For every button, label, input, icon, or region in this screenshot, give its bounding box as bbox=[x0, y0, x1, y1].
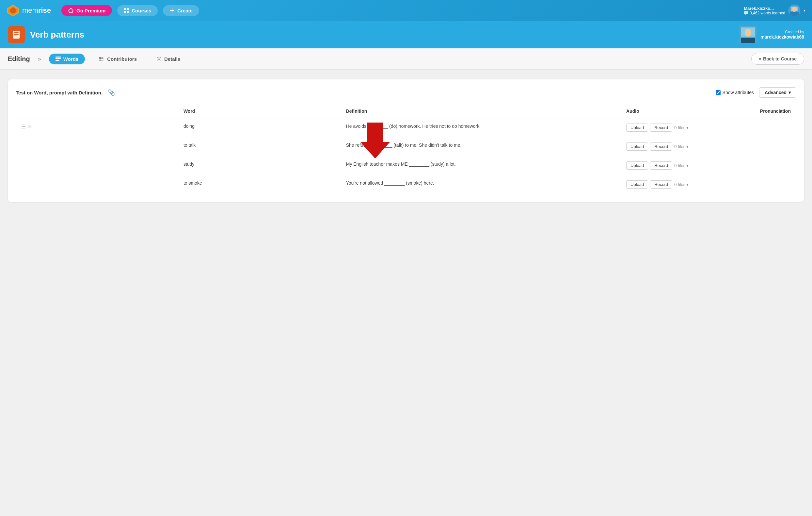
creator-name: marek.kiczkowiak68 bbox=[760, 34, 804, 39]
card-header: Test on Word, prompt with Definition. 📎 … bbox=[16, 87, 796, 98]
files-count[interactable]: 0 files ▾ bbox=[674, 182, 689, 187]
edit-pencil-icon[interactable]: 📎 bbox=[108, 89, 115, 96]
user-area: Marek.kiczko... 3,462 words learned ▾ bbox=[744, 5, 806, 16]
svg-rect-8 bbox=[170, 10, 174, 11]
header-audio: Audio bbox=[621, 105, 755, 118]
advanced-button[interactable]: Advanced ▾ bbox=[759, 87, 796, 98]
create-button[interactable]: Create bbox=[163, 5, 199, 16]
courses-icon bbox=[124, 8, 129, 13]
cell-word: to smoke bbox=[178, 175, 341, 194]
cell-word: to talk bbox=[178, 137, 341, 156]
header-word-label: Word bbox=[178, 105, 341, 118]
course-header: Verb patterns Created by marek.kiczkowia… bbox=[0, 21, 812, 48]
card-header-right: Show attributes Advanced ▾ bbox=[716, 87, 796, 98]
svg-point-26 bbox=[99, 57, 102, 59]
files-count[interactable]: 0 files ▾ bbox=[674, 125, 689, 130]
files-count[interactable]: 0 files ▾ bbox=[674, 144, 689, 149]
course-icon bbox=[8, 26, 25, 43]
files-count[interactable]: 0 files ▾ bbox=[674, 163, 689, 168]
tab-words[interactable]: Words bbox=[49, 54, 85, 64]
files-chevron-icon: ▾ bbox=[686, 163, 689, 168]
top-nav: memrise Go Premium Courses Create Marek.… bbox=[0, 0, 812, 21]
cell-pronunciation bbox=[755, 175, 796, 194]
user-chevron-icon[interactable]: ▾ bbox=[804, 8, 806, 13]
creator-avatar bbox=[740, 26, 756, 43]
user-words-count: 3,462 words learned bbox=[744, 11, 785, 16]
delete-icon[interactable]: ✕ bbox=[28, 124, 32, 130]
create-icon bbox=[170, 8, 175, 13]
svg-rect-3 bbox=[124, 8, 126, 10]
cell-definition: He avoids ________ (do) homework. He tri… bbox=[341, 118, 621, 137]
table-row: to talkShe refused ________ (talk) to me… bbox=[16, 137, 796, 156]
row-controls bbox=[16, 175, 178, 194]
avatar bbox=[788, 5, 800, 16]
edit-bar: Editing » Words Contributors Details « B… bbox=[0, 48, 812, 70]
upload-button[interactable]: Upload bbox=[626, 181, 648, 189]
upload-button[interactable]: Upload bbox=[626, 142, 648, 151]
cell-pronunciation bbox=[755, 156, 796, 175]
words-tab-icon bbox=[56, 57, 61, 61]
svg-rect-13 bbox=[790, 12, 799, 16]
header-word bbox=[16, 105, 178, 118]
main-content: Test on Word, prompt with Definition. 📎 … bbox=[0, 70, 812, 516]
header-definition: Definition bbox=[341, 105, 621, 118]
editing-label: Editing bbox=[8, 55, 30, 63]
courses-button[interactable]: Courses bbox=[117, 5, 158, 16]
files-chevron-icon: ▾ bbox=[686, 144, 689, 149]
svg-rect-25 bbox=[56, 60, 59, 61]
table-header: Word Definition Audio Pronunciation bbox=[16, 105, 796, 118]
record-button[interactable]: Record bbox=[650, 142, 672, 151]
cell-pronunciation bbox=[755, 118, 796, 137]
svg-point-21 bbox=[745, 29, 751, 36]
svg-point-28 bbox=[158, 58, 160, 60]
user-name: Marek.kiczko... bbox=[744, 6, 785, 11]
upload-button[interactable]: Upload bbox=[626, 124, 648, 132]
cell-word: doing bbox=[178, 118, 341, 137]
files-chevron-icon: ▾ bbox=[686, 182, 689, 187]
table-body: ☰ ✕ doingHe avoids ________ (do) homewor… bbox=[16, 118, 796, 194]
course-header-right: Created by marek.kiczkowiak68 bbox=[740, 26, 804, 43]
upload-button[interactable]: Upload bbox=[626, 161, 648, 170]
test-prompt-label: Test on Word, prompt with Definition. bbox=[16, 90, 103, 96]
cell-definition: You're not allowed ________ (smoke) here… bbox=[341, 175, 621, 194]
back-to-course-button[interactable]: « Back to Course bbox=[751, 53, 805, 65]
record-button[interactable]: Record bbox=[650, 124, 672, 132]
cell-pronunciation bbox=[755, 137, 796, 156]
cell-audio: Upload Record 0 files ▾ bbox=[621, 118, 755, 137]
advanced-chevron-icon: ▾ bbox=[788, 90, 791, 95]
svg-marker-10 bbox=[745, 14, 746, 15]
svg-point-27 bbox=[102, 57, 104, 59]
record-button[interactable]: Record bbox=[650, 181, 672, 189]
table-row: to smokeYou're not allowed ________ (smo… bbox=[16, 175, 796, 194]
tab-details[interactable]: Details bbox=[150, 54, 187, 64]
logo-text: memrise bbox=[22, 6, 51, 15]
svg-rect-6 bbox=[127, 11, 128, 13]
cell-audio: Upload Record 0 files ▾ bbox=[621, 137, 755, 156]
drag-handle-icon[interactable]: ☰ bbox=[21, 124, 26, 130]
svg-rect-9 bbox=[744, 11, 748, 14]
tab-contributors[interactable]: Contributors bbox=[91, 54, 143, 64]
record-button[interactable]: Record bbox=[650, 161, 672, 170]
go-premium-button[interactable]: Go Premium bbox=[61, 5, 112, 16]
svg-rect-22 bbox=[741, 38, 755, 43]
svg-rect-4 bbox=[127, 8, 128, 10]
header-pronunciation: Pronunciation bbox=[755, 105, 796, 118]
created-by-label: Created by bbox=[760, 30, 804, 34]
table-row: studyMy English teacher makes ME _______… bbox=[16, 156, 796, 175]
row-controls bbox=[16, 156, 178, 175]
svg-rect-24 bbox=[56, 58, 61, 59]
table-wrapper: Word Definition Audio Pronunciation ☰ ✕ … bbox=[16, 104, 796, 194]
memrise-logo-icon bbox=[6, 4, 20, 17]
row-controls: ☰ ✕ bbox=[16, 118, 178, 137]
premium-icon bbox=[68, 7, 74, 13]
svg-rect-17 bbox=[14, 34, 19, 35]
message-icon bbox=[744, 11, 748, 16]
files-chevron-icon: ▾ bbox=[686, 125, 689, 130]
cell-definition: My English teacher makes ME ________ (st… bbox=[341, 156, 621, 175]
creator-avatar-image bbox=[740, 26, 756, 43]
show-attributes-toggle[interactable]: Show attributes bbox=[716, 90, 754, 95]
course-subject-icon bbox=[11, 29, 22, 40]
cell-definition: She refused ________ (talk) to me. She d… bbox=[341, 137, 621, 156]
svg-rect-18 bbox=[14, 36, 17, 36]
show-attributes-checkbox[interactable] bbox=[716, 90, 721, 95]
